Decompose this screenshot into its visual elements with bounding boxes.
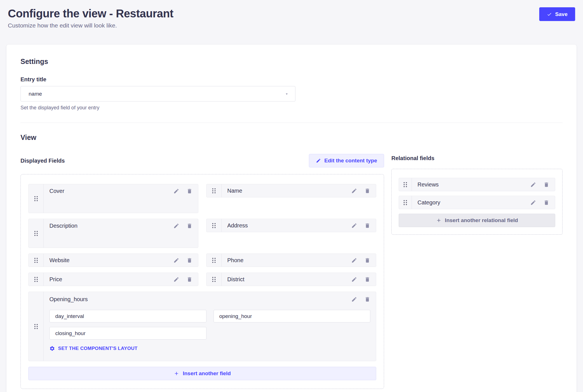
- page-title: Configure the view - Restaurant: [8, 7, 575, 20]
- pencil-icon: [316, 158, 321, 163]
- drag-handle[interactable]: [206, 219, 222, 232]
- check-icon: [547, 12, 552, 17]
- relational-card-reviews: Reviews: [399, 178, 555, 191]
- edit-field-button[interactable]: [351, 276, 357, 282]
- drag-handle[interactable]: [206, 184, 222, 197]
- trash-icon: [364, 276, 370, 282]
- field-card-cover: Cover: [28, 184, 198, 213]
- relational-field-label: Category: [417, 199, 440, 206]
- insert-field-label: Insert another field: [183, 370, 231, 377]
- component-subfield-opening-hour: opening_hour: [214, 310, 371, 322]
- relational-card-category: Category: [399, 196, 555, 209]
- trash-icon: [543, 182, 549, 188]
- drag-handle[interactable]: [29, 273, 44, 286]
- edit-content-type-button[interactable]: Edit the content type: [309, 154, 384, 167]
- edit-field-button[interactable]: [173, 276, 179, 282]
- pencil-icon: [173, 276, 179, 282]
- delete-field-button[interactable]: [187, 223, 192, 229]
- delete-field-button[interactable]: [364, 276, 370, 282]
- component-subfield-day-interval: day_interval: [49, 310, 206, 322]
- field-card-website: Website: [28, 253, 198, 267]
- section-divider: [20, 123, 563, 123]
- delete-field-button[interactable]: [187, 257, 192, 263]
- save-button[interactable]: Save: [539, 7, 575, 21]
- relational-field-label: Reviews: [417, 181, 439, 188]
- pencil-icon: [173, 188, 179, 194]
- field-card-description: Description: [28, 219, 198, 248]
- trash-icon: [187, 188, 192, 194]
- pencil-icon: [351, 296, 357, 302]
- pencil-icon: [530, 200, 536, 206]
- drag-handle[interactable]: [399, 178, 412, 191]
- relational-fields-heading: Relational fields: [391, 154, 563, 162]
- insert-field-button[interactable]: Insert another field: [28, 367, 376, 380]
- delete-field-button[interactable]: [364, 223, 370, 229]
- component-subfield-closing-hour: closing_hour: [49, 327, 206, 340]
- field-card-phone: Phone: [206, 253, 376, 267]
- edit-content-type-label: Edit the content type: [324, 158, 377, 164]
- edit-field-button[interactable]: [530, 200, 536, 206]
- delete-field-button[interactable]: [364, 188, 370, 194]
- pencil-icon: [351, 188, 357, 194]
- field-label: Website: [49, 257, 70, 264]
- drag-handle[interactable]: [29, 219, 44, 248]
- view-heading: View: [20, 133, 563, 142]
- drag-handle[interactable]: [206, 254, 222, 267]
- edit-field-button[interactable]: [351, 257, 357, 263]
- trash-icon: [543, 200, 549, 206]
- trash-icon: [187, 223, 192, 229]
- drag-handle[interactable]: [206, 273, 222, 286]
- edit-field-button[interactable]: [173, 188, 179, 194]
- entry-title-select[interactable]: name: [20, 86, 295, 102]
- plus-icon: [436, 218, 442, 223]
- gear-icon: [49, 346, 55, 351]
- field-card-name: Name: [206, 184, 376, 197]
- displayed-fields-dropzone: Cover Name: [20, 174, 384, 389]
- trash-icon: [187, 257, 192, 263]
- field-label: Address: [227, 222, 248, 229]
- trash-icon: [364, 188, 370, 194]
- edit-field-button[interactable]: [530, 182, 536, 188]
- set-component-layout-link[interactable]: SET THE COMPONENT'S LAYOUT: [49, 346, 370, 351]
- field-card-address: Address: [206, 219, 376, 232]
- delete-field-button[interactable]: [543, 182, 549, 188]
- insert-relational-field-button[interactable]: Insert another relational field: [399, 214, 555, 227]
- field-label: Name: [227, 188, 242, 194]
- field-label: Phone: [227, 257, 244, 264]
- page-subtitle: Customize how the edit view will look li…: [8, 22, 575, 29]
- delete-field-button[interactable]: [187, 188, 192, 194]
- delete-field-button[interactable]: [364, 257, 370, 263]
- insert-relational-field-label: Insert another relational field: [445, 217, 518, 223]
- drag-handle[interactable]: [399, 196, 412, 209]
- drag-handle[interactable]: [29, 254, 44, 267]
- pencil-icon: [173, 223, 179, 229]
- edit-field-button[interactable]: [173, 223, 179, 229]
- pencil-icon: [351, 223, 357, 229]
- plus-icon: [174, 371, 179, 376]
- entry-title-hint: Set the displayed field of your entry: [20, 105, 563, 111]
- pencil-icon: [351, 257, 357, 263]
- field-label: Price: [49, 276, 62, 283]
- entry-title-value: name: [29, 91, 42, 97]
- settings-heading: Settings: [20, 57, 563, 66]
- edit-field-button[interactable]: [351, 296, 357, 302]
- trash-icon: [187, 276, 192, 282]
- pencil-icon: [351, 276, 357, 282]
- edit-field-button[interactable]: [173, 257, 179, 263]
- trash-icon: [364, 257, 370, 263]
- drag-handle[interactable]: [29, 184, 44, 213]
- save-button-label: Save: [555, 11, 568, 17]
- edit-field-button[interactable]: [351, 223, 357, 229]
- pencil-icon: [530, 182, 536, 188]
- set-component-layout-label: SET THE COMPONENT'S LAYOUT: [58, 346, 137, 351]
- displayed-fields-label: Displayed Fields: [20, 158, 65, 164]
- component-card-opening-hours: Opening_hours day_interval opening_hour: [28, 292, 376, 361]
- delete-field-button[interactable]: [543, 200, 549, 206]
- delete-field-button[interactable]: [364, 296, 370, 302]
- field-card-price: Price: [28, 273, 198, 286]
- edit-field-button[interactable]: [351, 188, 357, 194]
- drag-handle[interactable]: [29, 292, 44, 361]
- field-label: Description: [49, 223, 77, 229]
- delete-field-button[interactable]: [187, 276, 192, 282]
- entry-title-label: Entry title: [20, 76, 563, 83]
